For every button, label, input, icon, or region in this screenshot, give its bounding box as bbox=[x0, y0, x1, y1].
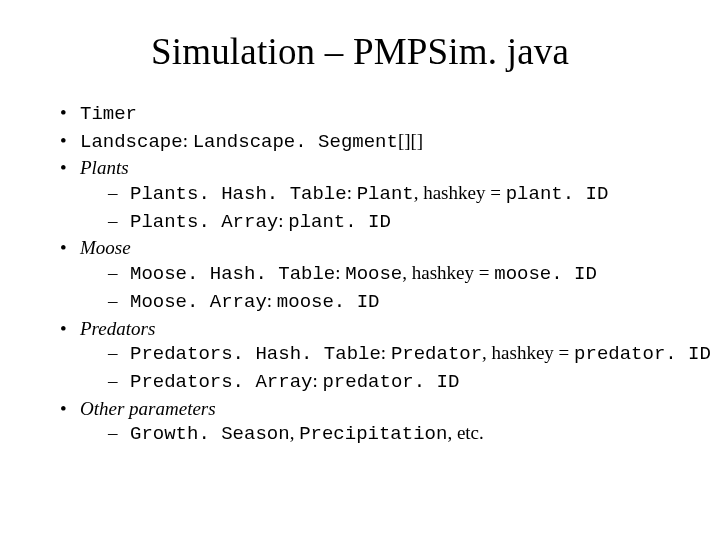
t: Predators. Hash. Table bbox=[130, 343, 381, 365]
other-sublist: Growth. Season, Precipitation, etc. bbox=[80, 421, 670, 447]
t: Moose. Hash. Table bbox=[130, 263, 335, 285]
t: Plants. Hash. Table bbox=[130, 183, 347, 205]
sep: : bbox=[267, 290, 277, 311]
text-landscape: Landscape bbox=[80, 131, 183, 153]
text-brackets: [][] bbox=[398, 130, 423, 151]
text-timer: Timer bbox=[80, 103, 137, 125]
sep: : bbox=[312, 370, 322, 391]
t: Growth. Season bbox=[130, 423, 290, 445]
t: predator. ID bbox=[322, 371, 459, 393]
plants-hash-row: Plants. Hash. Table: Plant, hashkey = pl… bbox=[108, 181, 670, 207]
t: Predators. Array bbox=[130, 371, 312, 393]
sep: : bbox=[381, 342, 391, 363]
label-plants: Plants bbox=[80, 157, 129, 178]
moose-hash-row: Moose. Hash. Table: Moose, hashkey = moo… bbox=[108, 261, 670, 287]
label-moose: Moose bbox=[80, 237, 131, 258]
sep: : bbox=[183, 130, 193, 151]
text-landscape-segment: Landscape. Segment bbox=[193, 131, 398, 153]
t: plant. ID bbox=[288, 211, 391, 233]
moose-sublist: Moose. Hash. Table: Moose, hashkey = moo… bbox=[80, 261, 670, 314]
t: moose. ID bbox=[494, 263, 597, 285]
plants-array-row: Plants. Array: plant. ID bbox=[108, 209, 670, 235]
mid: , hashkey = bbox=[402, 262, 494, 283]
bullet-other: Other parameters Growth. Season, Precipi… bbox=[58, 397, 670, 447]
t: Predator bbox=[391, 343, 482, 365]
t: Moose. Array bbox=[130, 291, 267, 313]
sep: : bbox=[335, 262, 345, 283]
suffix: , etc. bbox=[447, 422, 483, 443]
sep: , bbox=[290, 422, 300, 443]
predators-hash-row: Predators. Hash. Table: Predator, hashke… bbox=[108, 341, 670, 367]
t: Precipitation bbox=[299, 423, 447, 445]
mid: , hashkey = bbox=[414, 182, 506, 203]
t: Plant bbox=[357, 183, 414, 205]
t: moose. ID bbox=[277, 291, 380, 313]
t: plant. ID bbox=[506, 183, 609, 205]
bullet-predators: Predators Predators. Hash. Table: Predat… bbox=[58, 317, 670, 395]
predators-sublist: Predators. Hash. Table: Predator, hashke… bbox=[80, 341, 670, 394]
t: Moose bbox=[345, 263, 402, 285]
sep: : bbox=[278, 210, 288, 231]
sep: : bbox=[347, 182, 357, 203]
predators-array-row: Predators. Array: predator. ID bbox=[108, 369, 670, 395]
bullet-timer: Timer bbox=[58, 101, 670, 127]
bullet-plants: Plants Plants. Hash. Table: Plant, hashk… bbox=[58, 156, 670, 234]
t: Plants. Array bbox=[130, 211, 278, 233]
moose-array-row: Moose. Array: moose. ID bbox=[108, 289, 670, 315]
bullet-list: Timer Landscape: Landscape. Segment[][] … bbox=[50, 101, 670, 447]
other-row: Growth. Season, Precipitation, etc. bbox=[108, 421, 670, 447]
bullet-landscape: Landscape: Landscape. Segment[][] bbox=[58, 129, 670, 155]
mid: , hashkey = bbox=[482, 342, 574, 363]
label-predators: Predators bbox=[80, 318, 155, 339]
slide: Simulation – PMPSim. java Timer Landscap… bbox=[0, 0, 720, 540]
label-other: Other parameters bbox=[80, 398, 216, 419]
slide-title: Simulation – PMPSim. java bbox=[50, 30, 670, 73]
bullet-moose: Moose Moose. Hash. Table: Moose, hashkey… bbox=[58, 236, 670, 314]
t: predator. ID bbox=[574, 343, 711, 365]
plants-sublist: Plants. Hash. Table: Plant, hashkey = pl… bbox=[80, 181, 670, 234]
